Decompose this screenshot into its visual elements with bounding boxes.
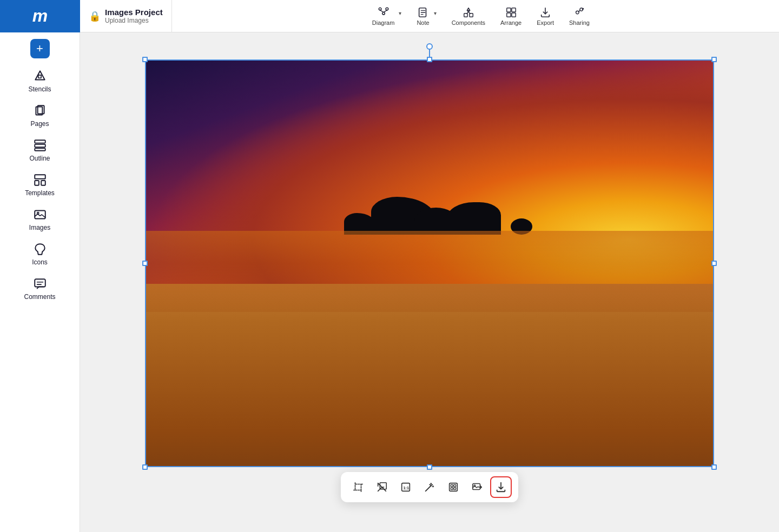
sidebar-item-outline[interactable]: Outline <box>16 134 64 167</box>
svg-rect-43 <box>454 488 456 490</box>
handle-bottom-center[interactable] <box>427 464 432 470</box>
fit-page-button[interactable]: 1:1 <box>395 476 417 498</box>
svg-rect-23 <box>35 140 45 143</box>
handle-top-center[interactable] <box>427 57 432 62</box>
effects-button[interactable] <box>443 476 464 498</box>
svg-rect-25 <box>35 148 45 150</box>
rocks-layer <box>344 174 543 235</box>
handle-bottom-left[interactable] <box>142 464 148 470</box>
canvas-area[interactable]: 1:1 <box>80 32 779 532</box>
comments-icon <box>33 277 47 291</box>
svg-line-18 <box>579 10 580 11</box>
add-icon: + <box>36 43 43 55</box>
logo-icon: m <box>32 6 48 26</box>
diagram-toolbar-item[interactable]: Diagram ▾ <box>366 3 408 29</box>
pages-label: Pages <box>30 120 49 128</box>
svg-text:1:1: 1:1 <box>403 486 409 490</box>
crop-image-icon <box>352 481 364 493</box>
beach-image <box>145 59 714 467</box>
svg-rect-26 <box>35 175 45 179</box>
replace-image-button[interactable] <box>466 476 488 498</box>
sidebar-item-comments[interactable]: Comments <box>16 272 64 305</box>
download-image-icon <box>495 481 507 493</box>
trim-icon <box>376 481 388 493</box>
svg-point-17 <box>576 11 579 14</box>
main-layout: + Stencils Pages Outline <box>0 32 779 532</box>
fit-page-icon: 1:1 <box>400 481 412 493</box>
images-label: Images <box>29 224 50 231</box>
magic-wand-icon <box>424 481 435 493</box>
svg-line-3 <box>380 10 383 12</box>
selection-wrapper <box>145 59 714 467</box>
handle-top-left[interactable] <box>142 57 148 62</box>
svg-point-0 <box>379 8 381 10</box>
sidebar-item-templates[interactable]: Templates <box>16 169 64 201</box>
handle-middle-right[interactable] <box>711 261 717 266</box>
logo-area[interactable]: m <box>0 0 80 32</box>
sharing-toolbar-item[interactable]: Sharing <box>563 3 596 29</box>
svg-point-1 <box>386 8 388 10</box>
svg-rect-15 <box>512 12 516 16</box>
stencils-label: Stencils <box>28 85 51 93</box>
magic-wand-button[interactable] <box>419 476 440 498</box>
images-icon <box>33 208 47 222</box>
add-button[interactable]: + <box>30 39 50 58</box>
arrange-label: Arrange <box>500 19 521 26</box>
rock-5 <box>511 218 532 235</box>
svg-rect-24 <box>35 144 45 147</box>
project-info: Images Project Upload Images <box>105 8 163 24</box>
note-arrow[interactable]: ▾ <box>434 10 437 16</box>
arrange-toolbar-item[interactable]: Arrange <box>494 3 528 29</box>
svg-point-2 <box>382 12 385 15</box>
sand-layer <box>145 284 714 467</box>
crop-image-button[interactable] <box>347 476 369 498</box>
svg-rect-12 <box>506 8 510 11</box>
note-toolbar-item[interactable]: Note ▾ <box>410 3 443 29</box>
note-icon <box>417 6 429 18</box>
handle-top-right[interactable] <box>711 57 717 62</box>
sharing-label: Sharing <box>569 19 590 26</box>
svg-rect-13 <box>512 8 516 11</box>
components-toolbar-item[interactable]: Components <box>445 3 492 29</box>
image-selection[interactable] <box>145 59 714 467</box>
svg-rect-14 <box>506 12 510 16</box>
project-subtitle: Upload Images <box>105 17 163 24</box>
trim-button[interactable] <box>371 476 393 498</box>
project-name: Images Project <box>105 8 163 17</box>
sidebar-item-pages[interactable]: Pages <box>16 99 64 132</box>
sidebar: + Stencils Pages Outline <box>0 32 80 532</box>
outline-label: Outline <box>29 155 50 162</box>
export-toolbar-item[interactable]: Export <box>530 3 560 29</box>
diagram-icon <box>378 6 390 18</box>
export-icon <box>539 6 551 18</box>
svg-line-4 <box>384 10 387 12</box>
svg-rect-34 <box>355 484 361 490</box>
svg-rect-40 <box>451 484 453 487</box>
download-image-button[interactable] <box>490 476 512 498</box>
toolbar: Diagram ▾ Note ▾ <box>183 3 779 29</box>
comments-label: Comments <box>24 293 55 301</box>
svg-rect-39 <box>450 483 458 491</box>
note-label: Note <box>417 19 429 26</box>
svg-rect-31 <box>35 279 45 287</box>
rotate-handle[interactable] <box>426 43 433 50</box>
handle-middle-left[interactable] <box>142 261 148 266</box>
icons-icon <box>33 242 47 256</box>
sidebar-item-icons[interactable]: Icons <box>16 238 64 270</box>
diagram-arrow[interactable]: ▾ <box>399 10 401 16</box>
handle-bottom-right[interactable] <box>711 464 717 470</box>
sidebar-item-stencils[interactable]: Stencils <box>16 65 64 97</box>
export-label: Export <box>537 19 554 26</box>
rock-4 <box>447 202 501 235</box>
svg-line-38 <box>426 486 431 491</box>
svg-rect-10 <box>470 13 473 16</box>
outline-icon <box>33 138 47 152</box>
sharing-icon <box>573 6 585 18</box>
bottom-toolbar: 1:1 <box>341 472 518 502</box>
sidebar-item-images[interactable]: Images <box>16 203 64 236</box>
replace-image-icon <box>471 481 483 493</box>
icons-label: Icons <box>32 258 48 266</box>
components-icon <box>463 6 474 18</box>
stencils-icon <box>33 69 47 83</box>
diagram-label: Diagram <box>372 19 395 26</box>
